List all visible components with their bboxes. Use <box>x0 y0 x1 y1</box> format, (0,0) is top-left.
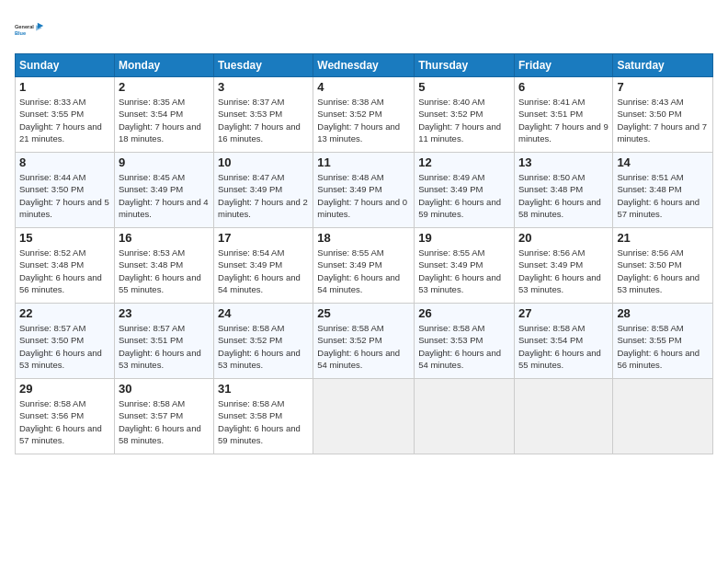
day-detail: Sunrise: 8:38 AMSunset: 3:52 PMDaylight:… <box>317 96 410 144</box>
day-detail: Sunrise: 8:58 AMSunset: 3:57 PMDaylight:… <box>119 397 210 446</box>
calendar-cell <box>313 379 415 454</box>
calendar-cell: 17Sunrise: 8:54 AMSunset: 3:49 PMDayligh… <box>214 228 313 304</box>
day-detail: Sunrise: 8:58 AMSunset: 3:54 PMDaylight:… <box>518 322 609 371</box>
logo: GeneralBlue <box>15 15 44 44</box>
logo-icon: GeneralBlue <box>15 15 44 44</box>
day-number: 17 <box>218 231 309 245</box>
calendar-cell: 30Sunrise: 8:58 AMSunset: 3:57 PMDayligh… <box>114 379 213 454</box>
day-detail: Sunrise: 8:58 AMSunset: 3:52 PMDaylight:… <box>218 322 309 371</box>
calendar-cell <box>514 379 612 454</box>
calendar-cell: 5Sunrise: 8:40 AMSunset: 3:52 PMDaylight… <box>415 77 515 153</box>
column-header-friday: Friday <box>514 54 612 77</box>
calendar-cell: 18Sunrise: 8:55 AMSunset: 3:49 PMDayligh… <box>313 228 415 304</box>
day-detail: Sunrise: 8:53 AMSunset: 3:48 PMDaylight:… <box>119 247 210 295</box>
calendar-cell: 1Sunrise: 8:33 AMSunset: 3:55 PMDaylight… <box>16 77 115 153</box>
calendar-cell: 16Sunrise: 8:53 AMSunset: 3:48 PMDayligh… <box>114 228 213 304</box>
calendar-table: SundayMondayTuesdayWednesdayThursdayFrid… <box>15 53 713 454</box>
calendar-cell: 26Sunrise: 8:58 AMSunset: 3:53 PMDayligh… <box>415 304 515 379</box>
calendar-cell: 4Sunrise: 8:38 AMSunset: 3:52 PMDaylight… <box>313 77 415 153</box>
day-number: 4 <box>317 80 410 94</box>
day-number: 27 <box>518 306 609 320</box>
day-detail: Sunrise: 8:56 AMSunset: 3:49 PMDaylight:… <box>518 247 609 295</box>
day-number: 15 <box>19 231 110 245</box>
column-header-saturday: Saturday <box>613 54 713 77</box>
day-number: 8 <box>19 155 110 169</box>
calendar-cell: 8Sunrise: 8:44 AMSunset: 3:50 PMDaylight… <box>16 153 115 228</box>
day-number: 19 <box>418 231 510 245</box>
calendar-cell: 19Sunrise: 8:55 AMSunset: 3:49 PMDayligh… <box>415 228 515 304</box>
day-detail: Sunrise: 8:47 AMSunset: 3:49 PMDaylight:… <box>218 171 309 220</box>
calendar-cell: 23Sunrise: 8:57 AMSunset: 3:51 PMDayligh… <box>114 304 213 379</box>
calendar-cell <box>613 379 713 454</box>
calendar-header-row: SundayMondayTuesdayWednesdayThursdayFrid… <box>16 54 713 77</box>
calendar-cell: 14Sunrise: 8:51 AMSunset: 3:48 PMDayligh… <box>613 153 713 228</box>
day-number: 13 <box>518 155 609 169</box>
day-number: 28 <box>617 306 709 320</box>
day-number: 12 <box>418 155 510 169</box>
day-detail: Sunrise: 8:33 AMSunset: 3:55 PMDaylight:… <box>19 96 110 144</box>
column-header-sunday: Sunday <box>16 54 115 77</box>
day-number: 2 <box>119 80 210 94</box>
calendar-cell <box>415 379 515 454</box>
day-detail: Sunrise: 8:58 AMSunset: 3:56 PMDaylight:… <box>19 397 110 446</box>
day-number: 6 <box>518 80 609 94</box>
week-row-5: 29Sunrise: 8:58 AMSunset: 3:56 PMDayligh… <box>16 379 713 454</box>
column-header-tuesday: Tuesday <box>214 54 313 77</box>
page-header: GeneralBlue <box>15 15 713 44</box>
day-detail: Sunrise: 8:40 AMSunset: 3:52 PMDaylight:… <box>418 96 510 144</box>
calendar-cell: 29Sunrise: 8:58 AMSunset: 3:56 PMDayligh… <box>16 379 115 454</box>
calendar-cell: 28Sunrise: 8:58 AMSunset: 3:55 PMDayligh… <box>613 304 713 379</box>
calendar-cell: 9Sunrise: 8:45 AMSunset: 3:49 PMDaylight… <box>114 153 213 228</box>
day-number: 26 <box>418 306 510 320</box>
calendar-cell: 31Sunrise: 8:58 AMSunset: 3:58 PMDayligh… <box>214 379 313 454</box>
calendar-cell: 7Sunrise: 8:43 AMSunset: 3:50 PMDaylight… <box>613 77 713 153</box>
day-detail: Sunrise: 8:58 AMSunset: 3:52 PMDaylight:… <box>317 322 410 371</box>
day-detail: Sunrise: 8:50 AMSunset: 3:48 PMDaylight:… <box>518 171 609 220</box>
week-row-4: 22Sunrise: 8:57 AMSunset: 3:50 PMDayligh… <box>16 304 713 379</box>
calendar-cell: 27Sunrise: 8:58 AMSunset: 3:54 PMDayligh… <box>514 304 612 379</box>
calendar-cell: 11Sunrise: 8:48 AMSunset: 3:49 PMDayligh… <box>313 153 415 228</box>
calendar-cell: 15Sunrise: 8:52 AMSunset: 3:48 PMDayligh… <box>16 228 115 304</box>
day-detail: Sunrise: 8:35 AMSunset: 3:54 PMDaylight:… <box>119 96 210 144</box>
day-number: 31 <box>218 382 309 396</box>
day-detail: Sunrise: 8:58 AMSunset: 3:55 PMDaylight:… <box>617 322 709 371</box>
day-number: 22 <box>19 306 110 320</box>
calendar-cell: 24Sunrise: 8:58 AMSunset: 3:52 PMDayligh… <box>214 304 313 379</box>
day-number: 3 <box>218 80 309 94</box>
calendar-cell: 6Sunrise: 8:41 AMSunset: 3:51 PMDaylight… <box>514 77 612 153</box>
day-number: 1 <box>19 80 110 94</box>
day-detail: Sunrise: 8:55 AMSunset: 3:49 PMDaylight:… <box>317 247 410 295</box>
day-detail: Sunrise: 8:49 AMSunset: 3:49 PMDaylight:… <box>418 171 510 220</box>
day-number: 16 <box>119 231 210 245</box>
day-number: 25 <box>317 306 410 320</box>
day-number: 5 <box>418 80 510 94</box>
week-row-2: 8Sunrise: 8:44 AMSunset: 3:50 PMDaylight… <box>16 153 713 228</box>
day-number: 9 <box>119 155 210 169</box>
day-detail: Sunrise: 8:51 AMSunset: 3:48 PMDaylight:… <box>617 171 709 220</box>
day-number: 21 <box>617 231 709 245</box>
calendar-cell: 2Sunrise: 8:35 AMSunset: 3:54 PMDaylight… <box>114 77 213 153</box>
calendar-cell: 25Sunrise: 8:58 AMSunset: 3:52 PMDayligh… <box>313 304 415 379</box>
column-header-thursday: Thursday <box>415 54 515 77</box>
day-detail: Sunrise: 8:58 AMSunset: 3:53 PMDaylight:… <box>418 322 510 371</box>
day-number: 24 <box>218 306 309 320</box>
day-detail: Sunrise: 8:41 AMSunset: 3:51 PMDaylight:… <box>518 96 609 144</box>
week-row-3: 15Sunrise: 8:52 AMSunset: 3:48 PMDayligh… <box>16 228 713 304</box>
day-detail: Sunrise: 8:58 AMSunset: 3:58 PMDaylight:… <box>218 397 309 446</box>
svg-text:General: General <box>15 24 34 29</box>
svg-text:Blue: Blue <box>15 30 26 36</box>
day-detail: Sunrise: 8:55 AMSunset: 3:49 PMDaylight:… <box>418 247 510 295</box>
day-number: 10 <box>218 155 309 169</box>
day-detail: Sunrise: 8:43 AMSunset: 3:50 PMDaylight:… <box>617 96 709 144</box>
day-number: 20 <box>518 231 609 245</box>
day-number: 11 <box>317 155 410 169</box>
day-number: 23 <box>119 306 210 320</box>
column-header-wednesday: Wednesday <box>313 54 415 77</box>
day-number: 7 <box>617 80 709 94</box>
day-number: 30 <box>119 382 210 396</box>
day-number: 29 <box>19 382 110 396</box>
calendar-cell: 12Sunrise: 8:49 AMSunset: 3:49 PMDayligh… <box>415 153 515 228</box>
calendar-cell: 10Sunrise: 8:47 AMSunset: 3:49 PMDayligh… <box>214 153 313 228</box>
day-detail: Sunrise: 8:52 AMSunset: 3:48 PMDaylight:… <box>19 247 110 295</box>
week-row-1: 1Sunrise: 8:33 AMSunset: 3:55 PMDaylight… <box>16 77 713 153</box>
